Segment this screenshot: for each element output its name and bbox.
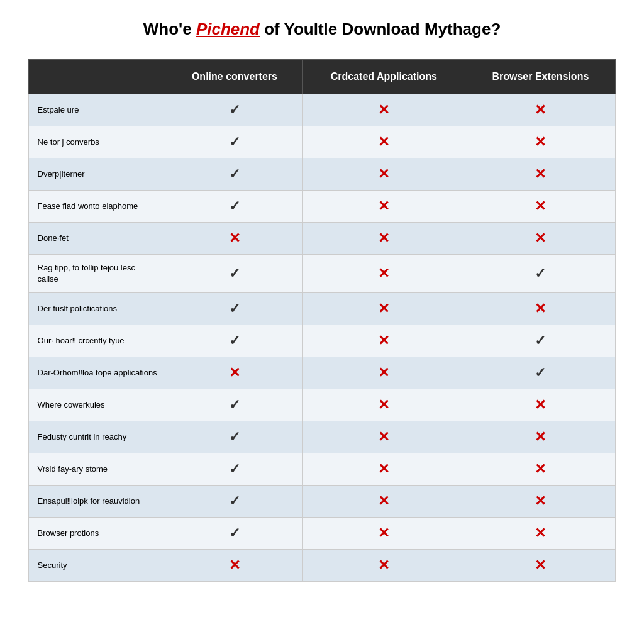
cell-col3: ✕: [465, 94, 616, 126]
cell-col2: ✕: [303, 254, 465, 292]
check-icon: ✓: [535, 365, 546, 380]
col-header-browser: Browser Extensions: [465, 59, 616, 94]
feature-label: Ensapul‼iolpk for reauvidion: [28, 486, 167, 518]
cross-icon: ✕: [535, 134, 546, 150]
cross-icon: ✕: [535, 301, 546, 316]
table-row: Our· hoar‼ crcently tyue✓✕✓: [28, 325, 616, 357]
cell-col2: ✕: [303, 518, 465, 550]
cell-col3: ✕: [465, 126, 616, 158]
table-row: Ne tor j converbs✓✕✕: [28, 126, 616, 158]
cell-col2: ✕: [303, 453, 465, 486]
table-row: Fedusty cuntrit in reachy✓✕✕: [28, 421, 616, 453]
feature-label: Dar-Orhom‼loa tope applications: [28, 357, 167, 389]
check-icon: ✓: [229, 493, 240, 509]
cross-icon: ✕: [378, 461, 389, 477]
cell-col1: ✕: [167, 550, 303, 582]
cell-col1: ✓: [167, 325, 303, 357]
cross-icon: ✕: [378, 265, 389, 281]
check-icon: ✓: [229, 301, 240, 316]
table-row: Browser protions✓✕✕: [28, 518, 616, 550]
cell-col2: ✕: [303, 190, 465, 222]
cross-icon: ✕: [535, 557, 546, 573]
cell-col1: ✓: [167, 254, 303, 292]
cell-col1: ✓: [167, 389, 303, 421]
cell-col1: ✓: [167, 190, 303, 222]
cross-icon: ✕: [535, 230, 546, 246]
cross-icon: ✕: [378, 102, 389, 118]
cell-col2: ✕: [303, 325, 465, 357]
cross-icon: ✕: [535, 166, 546, 182]
table-row: Der fuslt policfications✓✕✕: [28, 293, 616, 325]
check-icon: ✓: [229, 461, 240, 477]
cross-icon: ✕: [378, 230, 389, 246]
cross-icon: ✕: [535, 525, 546, 541]
col-header-feature: [28, 59, 167, 94]
cross-icon: ✕: [378, 365, 389, 380]
col-header-dedicated: Crdcated Applications: [303, 59, 465, 94]
cross-icon: ✕: [535, 198, 546, 214]
comparison-table: Online converters Crdcated Applications …: [28, 59, 616, 582]
cell-col2: ✕: [303, 158, 465, 190]
cell-col3: ✕: [465, 389, 616, 421]
check-icon: ✓: [229, 134, 240, 150]
feature-label: Vrsid fay-ary stome: [28, 453, 167, 486]
cross-icon: ✕: [535, 397, 546, 413]
cross-icon: ✕: [378, 198, 389, 214]
table-row: Done·fet✕✕✕: [28, 222, 616, 254]
cell-col3: ✓: [465, 357, 616, 389]
cross-icon: ✕: [378, 493, 389, 509]
cell-col3: ✕: [465, 421, 616, 453]
cell-col2: ✕: [303, 421, 465, 453]
cell-col3: ✕: [465, 486, 616, 518]
check-icon: ✓: [229, 429, 240, 445]
cell-col1: ✓: [167, 126, 303, 158]
feature-label: Where cowerkules: [28, 389, 167, 421]
feature-label: Dverp|lterner: [28, 158, 167, 190]
check-icon: ✓: [229, 198, 240, 214]
cross-icon: ✕: [378, 134, 389, 150]
table-row: Rag tipp, to follip tejou lesc calise✓✕✓: [28, 254, 616, 292]
page-title: Who'e Pichend of Youltle Download Mythag…: [143, 19, 501, 40]
cell-col1: ✓: [167, 158, 303, 190]
cell-col3: ✕: [465, 158, 616, 190]
cross-icon: ✕: [378, 429, 389, 445]
check-icon: ✓: [229, 397, 240, 413]
cross-icon: ✕: [229, 230, 240, 246]
cross-icon: ✕: [378, 397, 389, 413]
cell-col3: ✓: [465, 254, 616, 292]
check-icon: ✓: [229, 265, 240, 281]
cross-icon: ✕: [378, 525, 389, 541]
cell-col1: ✓: [167, 421, 303, 453]
table-row: Dverp|lterner✓✕✕: [28, 158, 616, 190]
cell-col1: ✓: [167, 293, 303, 325]
cell-col3: ✕: [465, 190, 616, 222]
cell-col3: ✕: [465, 518, 616, 550]
feature-label: Rag tipp, to follip tejou lesc calise: [28, 254, 167, 292]
cell-col2: ✕: [303, 222, 465, 254]
check-icon: ✓: [229, 166, 240, 182]
cell-col2: ✕: [303, 357, 465, 389]
cell-col1: ✕: [167, 222, 303, 254]
feature-label: Fease fiad wonto elaphome: [28, 190, 167, 222]
cross-icon: ✕: [535, 102, 546, 118]
check-icon: ✓: [535, 333, 546, 348]
table-row: Vrsid fay-ary stome✓✕✕: [28, 453, 616, 486]
cell-col1: ✓: [167, 486, 303, 518]
table-row: Estpaie ure✓✕✕: [28, 94, 616, 126]
cross-icon: ✕: [378, 301, 389, 316]
cross-icon: ✕: [378, 166, 389, 182]
cross-icon: ✕: [535, 493, 546, 509]
cross-icon: ✕: [378, 557, 389, 573]
cell-col2: ✕: [303, 550, 465, 582]
cell-col2: ✕: [303, 126, 465, 158]
cell-col1: ✕: [167, 357, 303, 389]
title-highlight: Pichend: [196, 19, 260, 38]
feature-label: Ne tor j converbs: [28, 126, 167, 158]
check-icon: ✓: [535, 265, 546, 281]
cell-col3: ✕: [465, 222, 616, 254]
col-header-online: Online converters: [167, 59, 303, 94]
cell-col2: ✕: [303, 486, 465, 518]
cross-icon: ✕: [378, 333, 389, 348]
table-row: Where cowerkules✓✕✕: [28, 389, 616, 421]
check-icon: ✓: [229, 333, 240, 348]
